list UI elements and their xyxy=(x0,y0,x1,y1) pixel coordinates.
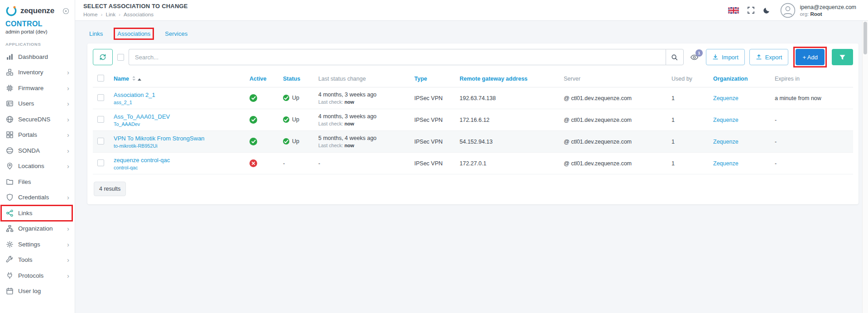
sidebar-item-label: Users xyxy=(18,100,34,107)
active-yes-icon xyxy=(249,138,257,145)
sidebar-item-dashboard[interactable]: Dashboard xyxy=(0,49,75,65)
sidebar-item-securedns[interactable]: SecureDNS› xyxy=(0,111,75,127)
dashboard-icon xyxy=(5,53,14,61)
chevron-right-icon: › xyxy=(67,163,69,169)
organization-link[interactable]: Zequenze xyxy=(713,160,739,167)
table-row: VPN To Mikrotik From StrongSwanto-mikrot… xyxy=(93,131,853,153)
row-name-link[interactable]: Ass_To_AAA01_DEV xyxy=(114,113,240,120)
column-header-name[interactable]: Name xyxy=(109,71,245,87)
inventory-icon xyxy=(5,68,14,76)
window-scrollbar[interactable] xyxy=(862,21,868,313)
results-count: 4 results xyxy=(94,182,126,196)
sidebar-item-label: Links xyxy=(18,210,33,217)
column-header-used-by: Used by xyxy=(667,71,709,87)
filter-button[interactable] xyxy=(832,49,853,65)
topbar-right: ipena@zequenze.com org: Root xyxy=(728,3,856,18)
breadcrumb-item[interactable]: Link xyxy=(106,11,115,18)
sidebar-item-tools[interactable]: Tools› xyxy=(0,252,75,268)
sidebar-item-protocols[interactable]: Protocols› xyxy=(0,268,75,284)
sidebar-item-sonda[interactable]: SONDA› xyxy=(0,143,75,159)
table-header-row: Name ActiveStatusLast status changeTypeR… xyxy=(93,71,853,87)
row-checkbox[interactable] xyxy=(97,94,104,101)
row-name-link[interactable]: Association 2_1 xyxy=(114,91,240,98)
export-icon xyxy=(756,54,762,60)
import-button[interactable]: Import xyxy=(706,49,745,65)
scrollbar-thumb[interactable] xyxy=(863,22,867,54)
search-input[interactable] xyxy=(129,49,666,65)
chevron-right-icon: › xyxy=(67,131,69,138)
links-icon xyxy=(5,209,14,217)
row-checkbox[interactable] xyxy=(97,116,104,123)
chevron-right-icon: › xyxy=(67,85,69,91)
fullscreen-icon[interactable] xyxy=(747,6,755,14)
avatar-icon[interactable] xyxy=(780,3,796,18)
status-up: Up xyxy=(283,116,299,123)
sidebar-item-users[interactable]: Users› xyxy=(0,96,75,112)
last-change: 5 months, 4 weeks ago xyxy=(318,135,405,141)
sort-icon[interactable] xyxy=(132,76,141,82)
sidebar-item-files[interactable]: Files xyxy=(0,174,75,190)
organization-link[interactable]: Zequenze xyxy=(713,95,739,101)
column-header-remote-gateway-address[interactable]: Remote gateway address xyxy=(455,71,559,87)
chevron-right-icon: › xyxy=(67,69,69,76)
sidebar-item-label: Protocols xyxy=(18,272,43,279)
firmware-icon xyxy=(5,84,14,92)
select-all-checkbox[interactable] xyxy=(97,75,104,82)
search-bar xyxy=(129,49,684,65)
tab-associations[interactable]: Associations xyxy=(117,30,150,37)
export-button[interactable]: Export xyxy=(749,49,789,65)
expires-value: - xyxy=(775,139,777,145)
sidebar-item-links[interactable]: Links xyxy=(0,205,75,221)
sidebar-item-portals[interactable]: Portals› xyxy=(0,127,75,143)
type-value: IPSec VPN xyxy=(414,160,443,167)
add-button[interactable]: + Add xyxy=(796,49,825,65)
language-flag-icon[interactable] xyxy=(728,7,739,14)
sidebar-item-label: User log xyxy=(18,288,41,294)
table-row: Association 2_1ass_2_1Up4 months, 3 week… xyxy=(93,87,853,109)
row-name-link[interactable]: VPN To Mikrotik From StrongSwan xyxy=(114,135,240,142)
active-yes-icon xyxy=(249,94,257,102)
row-subname-link[interactable]: control-qac xyxy=(114,165,240,170)
sidebar-toggle-icon[interactable] xyxy=(62,8,69,14)
sidebar-item-user-log[interactable]: User log xyxy=(0,284,75,299)
tab-links[interactable]: Links xyxy=(89,30,103,37)
organization-link[interactable]: Zequenze xyxy=(713,139,739,145)
user-block[interactable]: ipena@zequenze.com org: Root xyxy=(780,3,856,18)
row-name-link[interactable]: zequenze control-qac xyxy=(114,157,240,164)
content-area: LinksAssociationsServices xyxy=(75,21,868,313)
gateway-value: 172.27.0.1 xyxy=(460,160,486,167)
column-header-server: Server xyxy=(559,71,667,87)
row-checkbox[interactable] xyxy=(97,138,104,144)
column-header-active[interactable]: Active xyxy=(245,71,278,87)
row-subname-link[interactable]: To_AAADev xyxy=(114,121,240,127)
search-button[interactable] xyxy=(666,49,684,65)
column-header-organization[interactable]: Organization xyxy=(709,71,770,87)
sidebar-item-inventory[interactable]: Inventory› xyxy=(0,65,75,81)
toolbar-checkbox[interactable] xyxy=(117,54,124,61)
chevron-right-icon: › xyxy=(67,272,69,279)
organization-link[interactable]: Zequenze xyxy=(713,117,739,123)
sidebar-item-settings[interactable]: Settings› xyxy=(0,236,75,252)
locations-icon xyxy=(5,162,14,170)
sidebar-item-credentials[interactable]: Credentials› xyxy=(0,190,75,206)
refresh-button[interactable] xyxy=(93,49,113,65)
row-checkbox[interactable] xyxy=(97,159,104,166)
sidebar-item-organization[interactable]: Organization› xyxy=(0,221,75,237)
status-up-icon xyxy=(283,138,289,144)
breadcrumb-item[interactable]: Home xyxy=(83,11,97,18)
dark-mode-moon-icon[interactable] xyxy=(763,7,770,14)
visibility-eye-button[interactable]: 1 xyxy=(690,53,699,62)
column-header-status[interactable]: Status xyxy=(278,71,314,87)
row-subname-link[interactable]: ass_2_1 xyxy=(114,100,240,105)
sidebar-item-locations[interactable]: Locations› xyxy=(0,159,75,174)
expires-value: a minute from now xyxy=(775,95,821,101)
topbar-left: SELECT ASSOCIATION TO CHANGE Home›Link›A… xyxy=(83,3,188,18)
active-yes-icon xyxy=(249,116,257,124)
row-subname-link[interactable]: to-mikrotik-RB952Ui xyxy=(114,143,240,149)
sidebar-item-firmware[interactable]: Firmware› xyxy=(0,80,75,96)
column-header-type[interactable]: Type xyxy=(410,71,455,87)
tab-services[interactable]: Services xyxy=(165,30,187,37)
sidebar-item-label: Credentials xyxy=(18,194,49,201)
filter-funnel-icon xyxy=(839,54,846,61)
sidebar-item-label: Files xyxy=(18,178,31,185)
